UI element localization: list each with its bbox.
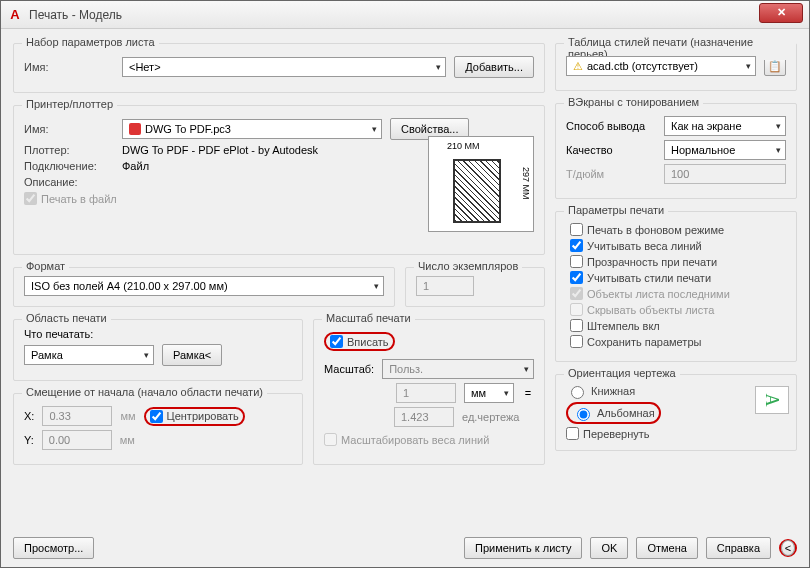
highlight-ring: Альбомная [566, 402, 661, 424]
offset-group: Смещение от начала (начало области печат… [13, 393, 303, 465]
app-icon: A [7, 7, 23, 23]
copies-group: Число экземпляров 1 [405, 267, 545, 307]
shaded-group: ВЭкраны с тонированием Способ выводаКак … [555, 103, 797, 199]
option-checkbox: Скрывать объекты листа [566, 303, 786, 316]
conn-value: Файл [122, 160, 149, 172]
plot-styles-group: Таблица стилей печати (назначение перьев… [555, 43, 797, 91]
footer: Просмотр... Применить к листу OK Отмена … [13, 537, 797, 559]
group-title: Принтер/плоттер [22, 98, 117, 110]
dpi-label: Т/дюйм [566, 168, 656, 180]
option-checkbox[interactable]: Прозрачность при печати [566, 255, 786, 268]
option-checkbox[interactable]: Сохранить параметры [566, 335, 786, 348]
cancel-button[interactable]: Отмена [636, 537, 697, 559]
printer-select[interactable]: DWG To PDF.pc3 [122, 119, 382, 139]
format-select[interactable]: ISO без полей A4 (210.00 x 297.00 мм) [24, 276, 384, 296]
group-title: Область печати [22, 312, 111, 324]
x-label: X: [24, 410, 34, 422]
scale-group: Масштаб печати Вписать Масштаб: Польз. 1… [313, 319, 545, 465]
offset-x-input: 0.33 [42, 406, 112, 426]
scale-select: Польз. [382, 359, 534, 379]
orientation-icon: A [755, 386, 789, 414]
printer-group: Принтер/плоттер Имя: DWG To PDF.pc3 Свой… [13, 105, 545, 255]
plot-dialog: A Печать - Модель ✕ Набор параметров лис… [0, 0, 810, 568]
name-label: Имя: [24, 61, 114, 73]
group-title: Смещение от начала (начало области печат… [22, 386, 267, 398]
upside-checkbox[interactable]: Перевернуть [566, 427, 750, 440]
plotter-value: DWG To PDF - PDF ePlot - by Autodesk [122, 144, 318, 156]
option-label: Штемпель вкл [587, 320, 660, 332]
highlight-ring: Центрировать [144, 407, 245, 426]
scale-label: Масштаб: [324, 363, 374, 375]
offset-y-input: 0.00 [42, 430, 112, 450]
plot-style-select[interactable]: acad.ctb (отсутствует) [566, 56, 756, 76]
window-title: Печать - Модель [29, 8, 122, 22]
preview-height-label: 297 MM [521, 167, 531, 200]
option-label: Учитывать веса линий [587, 240, 702, 252]
desc-label: Описание: [24, 176, 114, 188]
group-title: Ориентация чертежа [564, 367, 680, 379]
unit-label: мм [120, 410, 135, 422]
unit-label: мм [120, 434, 135, 446]
group-title: Формат [22, 260, 69, 272]
dpi-input: 100 [664, 164, 786, 184]
expand-button[interactable]: < [781, 540, 795, 556]
titlebar: A Печать - Модель ✕ [1, 1, 809, 29]
option-label: Печать в фоновом режиме [587, 224, 724, 236]
fit-checkbox[interactable]: Вписать [330, 335, 389, 348]
group-title: Масштаб печати [322, 312, 415, 324]
add-button[interactable]: Добавить... [454, 56, 534, 78]
what-label: Что печатать: [24, 328, 292, 340]
paper-preview: 210 MM 297 MM [428, 136, 534, 232]
plotter-label: Плоттер: [24, 144, 114, 156]
portrait-radio[interactable]: Книжная [566, 383, 750, 399]
page-setup-select[interactable]: <Нет> [122, 57, 446, 77]
plot-area-select[interactable]: Рамка [24, 345, 154, 365]
scale-val1-input: 1 [396, 383, 456, 403]
group-title: Число экземпляров [414, 260, 522, 272]
center-checkbox[interactable]: Центрировать [150, 410, 239, 423]
preview-button[interactable]: Просмотр... [13, 537, 94, 559]
window-button[interactable]: Рамка< [162, 344, 222, 366]
method-label: Способ вывода [566, 120, 656, 132]
apply-button[interactable]: Применить к листу [464, 537, 583, 559]
method-select[interactable]: Как на экране [664, 116, 786, 136]
option-checkbox: Объекты листа последними [566, 287, 786, 300]
highlight-ring: Вписать [324, 332, 395, 351]
option-checkbox[interactable]: Учитывать стили печати [566, 271, 786, 284]
quality-label: Качество [566, 144, 656, 156]
conn-label: Подключение: [24, 160, 114, 172]
scale-val2-input: 1.423 [394, 407, 454, 427]
printer-name-label: Имя: [24, 123, 114, 135]
ok-button[interactable]: OK [590, 537, 628, 559]
unit-select[interactable]: мм [464, 383, 514, 403]
preview-page-icon [453, 159, 501, 223]
option-checkbox[interactable]: Учитывать веса линий [566, 239, 786, 252]
option-checkbox[interactable]: Штемпель вкл [566, 319, 786, 332]
drawing-unit-label: ед.чертежа [462, 411, 534, 423]
plot-area-group: Область печати Что печатать: Рамка Рамка… [13, 319, 303, 381]
option-label: Учитывать стили печати [587, 272, 711, 284]
help-button[interactable]: Справка [706, 537, 771, 559]
copies-input: 1 [416, 276, 474, 296]
group-title: Параметры печати [564, 204, 668, 216]
equals-label: = [522, 387, 534, 399]
option-label: Объекты листа последними [587, 288, 730, 300]
y-label: Y: [24, 434, 34, 446]
options-group: Параметры печати Печать в фоновом режиме… [555, 211, 797, 362]
close-button[interactable]: ✕ [759, 3, 803, 23]
orientation-group: Ориентация чертежа Книжная Альбомная Пер… [555, 374, 797, 451]
scale-weights-checkbox: Масштабировать веса линий [324, 433, 534, 446]
preview-width-label: 210 MM [447, 141, 480, 151]
quality-select[interactable]: Нормальное [664, 140, 786, 160]
group-title: Набор параметров листа [22, 36, 159, 48]
page-setup-group: Набор параметров листа Имя: <Нет> Добави… [13, 43, 545, 93]
option-label: Прозрачность при печати [587, 256, 717, 268]
highlight-ring: < [779, 539, 797, 557]
option-label: Скрывать объекты листа [587, 304, 714, 316]
format-group: Формат ISO без полей A4 (210.00 x 297.00… [13, 267, 395, 307]
group-title: ВЭкраны с тонированием [564, 96, 703, 108]
landscape-radio[interactable]: Альбомная [572, 405, 655, 421]
option-checkbox[interactable]: Печать в фоновом режиме [566, 223, 786, 236]
option-label: Сохранить параметры [587, 336, 701, 348]
